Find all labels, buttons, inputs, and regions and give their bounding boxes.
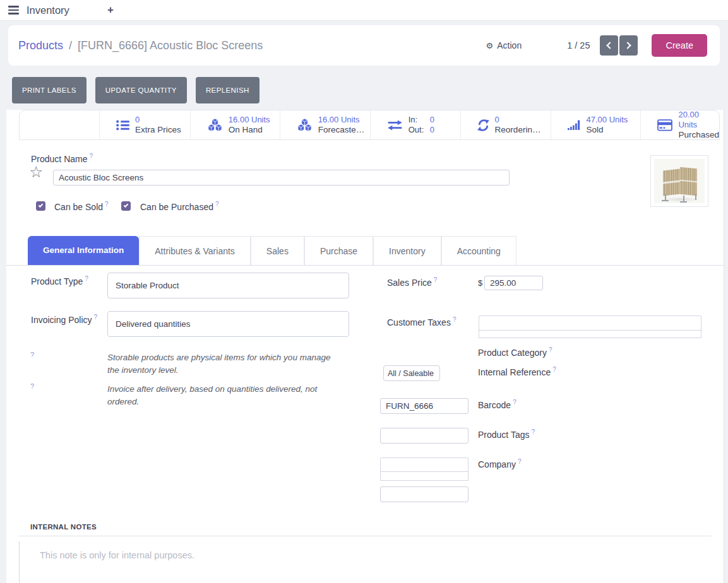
internal-notes-heading: INTERNAL NOTES (30, 523, 97, 531)
cubes-icon (297, 119, 313, 132)
help-icon[interactable]: ? (30, 351, 34, 358)
create-button[interactable]: Create (652, 34, 707, 57)
breadcrumb-products-link[interactable]: Products (18, 39, 63, 52)
gear-icon: ⚙ (486, 41, 494, 50)
favorite-star-icon[interactable]: ☆ (29, 164, 43, 180)
help-icon[interactable]: ? (30, 382, 34, 390)
barcode-input[interactable] (380, 428, 468, 444)
help-icon[interactable]: ? (434, 276, 438, 283)
credit-card-icon (657, 119, 672, 131)
sales-price-input[interactable] (484, 276, 543, 290)
customer-taxes-add-row[interactable] (479, 330, 701, 338)
help-icon[interactable]: ? (518, 458, 522, 465)
refresh-icon (477, 119, 489, 131)
tab-sales[interactable]: Sales (251, 236, 304, 265)
tab-accounting[interactable]: Accounting (441, 236, 516, 265)
pager-count: 1 / 25 (567, 40, 590, 50)
help-icon[interactable]: ? (552, 366, 556, 373)
product-image[interactable] (650, 155, 708, 207)
stat-extra-prices[interactable]: 0 Extra Prices (99, 110, 190, 139)
help-icon[interactable]: ? (549, 346, 552, 353)
stat-value: 20.00 Units (678, 110, 719, 129)
app-title[interactable]: Inventory (27, 4, 69, 16)
stat-value: 16.00 Units (229, 115, 270, 125)
list-icon (116, 120, 129, 131)
internal-notes-area[interactable]: This note is only for internal purposes. (19, 541, 713, 583)
product-category-label: Product Category? (478, 346, 552, 358)
tab-general-information[interactable]: General Information (28, 236, 139, 265)
inventory-app: Inventory + Products / [FURN_6666] Acous… (0, 0, 728, 583)
breadcrumb: Products / [FURN_6666] Acoustic Bloc Scr… (18, 39, 263, 52)
invoicing-policy-label: Invoicing Policy? (31, 314, 97, 325)
stat-on-hand[interactable]: 16.00 Units On Hand (190, 110, 280, 139)
chart-bars-icon (568, 120, 581, 130)
company-label: Company? (478, 458, 521, 469)
currency-symbol: $ (478, 278, 482, 288)
stat-label: Sold (587, 125, 628, 135)
product-type-help-text: Storable products are physical items for… (107, 351, 342, 376)
product-tags-input[interactable] (380, 457, 468, 472)
product-tags-label: Product Tags? (478, 428, 535, 440)
product-name-input[interactable] (53, 170, 510, 186)
stat-empty-cell (20, 110, 99, 139)
invoicing-policy-select[interactable]: Delivered quantities (107, 311, 349, 337)
stat-purchased[interactable]: 20.00 Units Purchased (640, 110, 719, 139)
help-icon[interactable]: ? (94, 314, 98, 321)
stat-label: Forecaste… (318, 125, 365, 135)
chevron-right-icon (624, 42, 631, 49)
stat-sold[interactable]: 47.00 Units Sold (551, 110, 641, 139)
barcode-label: Barcode? (478, 399, 516, 410)
action-menu-button[interactable]: ⚙ Action (486, 40, 522, 50)
help-icon[interactable]: ? (215, 201, 219, 208)
can-be-sold-checkbox[interactable] (36, 201, 45, 211)
tab-purchase[interactable]: Purchase (304, 236, 373, 265)
internal-reference-input[interactable] (380, 398, 468, 414)
help-icon[interactable]: ? (513, 399, 516, 406)
cubes-icon (207, 119, 223, 132)
menu-icon[interactable] (8, 6, 19, 15)
product-tags-add-row[interactable] (380, 471, 468, 481)
help-icon[interactable]: ? (89, 153, 93, 160)
customer-taxes-input[interactable] (479, 315, 701, 331)
add-tab-icon[interactable]: + (107, 4, 114, 16)
stat-out-label: Out: (409, 125, 430, 135)
print-labels-button[interactable]: PRINT LABELS (12, 77, 87, 103)
company-input[interactable] (380, 486, 468, 502)
can-be-purchased-checkbox[interactable] (121, 201, 131, 211)
replenish-button[interactable]: REPLENISH (196, 77, 260, 103)
action-menu-label: Action (497, 40, 522, 50)
stat-forecasted[interactable]: 16.00 Units Forecaste… (280, 110, 370, 139)
update-quantity-button[interactable]: UPDATE QUANTITY (95, 77, 187, 103)
stat-reordering[interactable]: 0 Reorderin… (460, 110, 551, 139)
help-icon[interactable]: ? (531, 428, 535, 435)
acoustic-screens-illustration (654, 159, 705, 203)
stat-label: Reorderin… (495, 125, 541, 135)
tab-attributes-variants[interactable]: Attributes & Variants (139, 236, 251, 265)
stat-label: Purchased (678, 130, 719, 140)
pager-next-button[interactable] (619, 35, 638, 56)
exchange-icon (387, 120, 403, 131)
pager-previous-button[interactable] (600, 35, 618, 56)
control-panel: Products / [FURN_6666] Acoustic Bloc Scr… (8, 25, 720, 66)
stat-in-label: In: (409, 115, 430, 125)
breadcrumb-separator: / (69, 39, 72, 52)
tab-inventory[interactable]: Inventory (373, 236, 441, 265)
help-icon[interactable]: ? (453, 316, 456, 323)
customer-taxes-label: Customer Taxes? (387, 316, 456, 327)
internal-notes-divider (19, 536, 712, 536)
product-type-label: Product Type? (31, 275, 88, 286)
checkmark-icon (38, 203, 43, 208)
internal-reference-label: Internal Reference? (478, 366, 556, 377)
help-icon[interactable]: ? (105, 201, 109, 208)
stat-value: 16.00 Units (318, 115, 365, 125)
stat-value: 0 (495, 115, 541, 125)
product-type-select[interactable]: Storable Product (107, 273, 349, 298)
product-category-select[interactable]: All / Saleable (383, 365, 440, 381)
stat-button-row: 0 Extra Prices 16.00 Units On Hand 16.00… (19, 110, 720, 140)
stat-value: 47.00 Units (587, 115, 628, 125)
stat-in-out[interactable]: In:0 Out:0 (370, 110, 460, 139)
help-icon[interactable]: ? (85, 275, 88, 282)
stat-label: On Hand (229, 125, 270, 135)
product-name-label: Product Name? (31, 153, 93, 164)
stat-in-value: 0 (430, 115, 434, 125)
